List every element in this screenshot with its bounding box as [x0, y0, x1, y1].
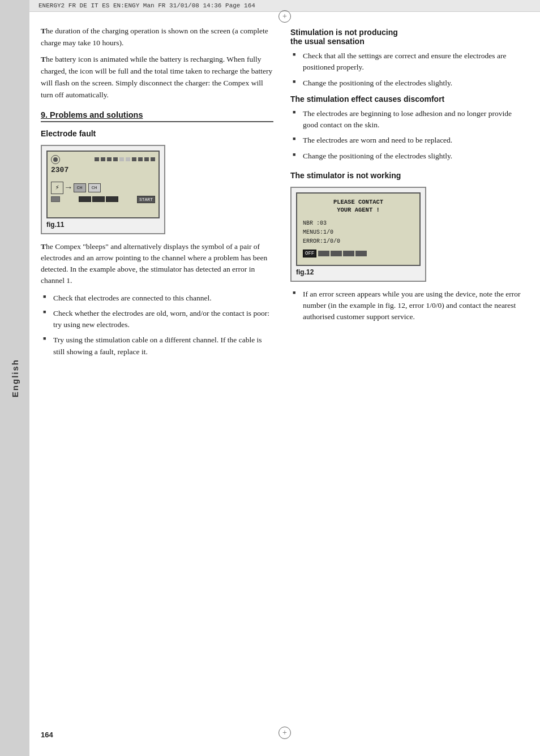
progress-bar-area — [95, 157, 155, 161]
fig12-info: NBR :03 MENUS:1/0 ERROR:1/0/0 — [303, 219, 414, 246]
channel-icon-2: CH — [88, 183, 101, 192]
time-sub: 07 — [60, 166, 69, 174]
device-bottom-bar: START — [51, 196, 155, 203]
f12-block-4 — [355, 251, 367, 256]
indicator-block — [51, 196, 60, 202]
discomfort-bullet-3: Change the positioning of the electrodes… — [290, 151, 529, 162]
f12-block-3 — [343, 251, 354, 256]
not-working-bullets: If an error screen appears while you are… — [290, 289, 529, 323]
fig12-menus: MENUS:1/0 — [303, 228, 414, 237]
stim-not-producing-heading: Stimulation is not producing the usual s… — [290, 28, 529, 46]
device-screen-12: PLEASE CONTACT YOUR AGENT ! NBR :03 MENU… — [296, 192, 421, 266]
ch-block-3 — [106, 196, 118, 202]
off-button: OFF — [303, 250, 316, 257]
page-container: English ENERGY2 FR DE IT ES EN:ENGY Man … — [0, 0, 540, 756]
discomfort-bullet-2: The electrodes are worn and need to be r… — [290, 135, 529, 146]
ch-block-1 — [79, 196, 91, 202]
intro-para1: The duration of the charging operation i… — [41, 25, 273, 49]
fig12-title: PLEASE CONTACT YOUR AGENT ! — [303, 198, 414, 214]
left-column: The duration of the charging operation i… — [41, 25, 285, 363]
stim-bullets: Check that all the settings are correct … — [290, 50, 529, 89]
battery-icon — [51, 155, 60, 164]
intro-para1-text: he duration of the charging operation is… — [41, 27, 268, 47]
drop-cap-T3: T — [41, 242, 46, 251]
not-working-bullet-1: If an error screen appears while you are… — [290, 289, 529, 323]
stim-bullet-1: Check that all the settings are correct … — [290, 50, 529, 74]
intro-para2: The battery icon is animated while the b… — [41, 54, 273, 101]
header-text: ENERGY2 FR DE IT ES EN:ENGY Man FR 31/01… — [38, 2, 255, 9]
start-button: START — [137, 196, 155, 203]
bullet-item-1: Check that electrodes are connected to t… — [41, 293, 273, 304]
sidebar-strip: English — [0, 0, 29, 756]
electrode-fault-heading: Electrode fault — [41, 129, 273, 138]
fig12-label: fig.12 — [296, 268, 421, 276]
reg-mark-bottom — [278, 727, 291, 739]
f12-block-2 — [331, 251, 342, 256]
intro-para2-text: he battery icon is animated while the ba… — [41, 55, 272, 99]
reg-mark-top — [278, 10, 291, 23]
discomfort-heading: The stimulation effect causes discomfort — [290, 94, 529, 104]
not-working-heading: The stimulator is not working — [290, 171, 529, 180]
time-display: 2307 — [51, 166, 155, 180]
time-main: 23 — [51, 166, 60, 174]
bullet-item-2: Check whether the electrodes are old, wo… — [41, 308, 273, 331]
fig11-label: fig.11 — [46, 221, 160, 229]
main-content: ENERGY2 FR DE IT ES EN:ENGY Man FR 31/01… — [29, 0, 540, 756]
channel-blocks — [79, 196, 118, 202]
f12-block-1 — [318, 251, 329, 256]
electrode-fault-desc: The Compex "bleeps" and alternatively di… — [41, 241, 273, 287]
fig12-channel-blocks — [318, 251, 367, 256]
channel-icon: CH — [74, 183, 86, 192]
fig12-nbr: NBR :03 — [303, 219, 414, 228]
ch-block-2 — [92, 196, 105, 202]
stim-heading-line1: Stimulation is not producing — [290, 28, 398, 37]
electrode-symbol: ⚡ — [51, 182, 63, 194]
right-column: Stimulation is not producing the usual s… — [285, 25, 529, 363]
device-top-row — [51, 155, 155, 164]
stim-heading-line2: the usual sensation — [290, 37, 365, 46]
figure-12-box: PLEASE CONTACT YOUR AGENT ! NBR :03 MENU… — [290, 187, 426, 282]
device-screen-11: 2307 ⚡ → CH CH — [46, 151, 160, 218]
stim-bullet-2: Change the positioning of the electrodes… — [290, 78, 529, 89]
intro-text: The duration of the charging operation i… — [41, 25, 273, 101]
discomfort-bullets: The electrodes are beginning to lose adh… — [290, 108, 529, 162]
device-icons-row: ⚡ → CH CH — [51, 182, 155, 194]
section-heading: 9. Problems and solutions — [41, 110, 273, 122]
electrode-fault-desc-text: he Compex "bleeps" and alternatively dis… — [41, 242, 267, 285]
footer-page-number: 164 — [41, 731, 53, 739]
sidebar-language-label: English — [10, 359, 20, 397]
electrode-fault-bullets: Check that electrodes are connected to t… — [41, 293, 273, 358]
fig12-bottom: OFF — [303, 250, 414, 257]
drop-cap-T2: T — [41, 55, 46, 63]
drop-cap-T: T — [41, 27, 46, 35]
fig12-error: ERROR:1/0/0 — [303, 237, 414, 246]
content-wrapper: The duration of the charging operation i… — [29, 12, 540, 375]
discomfort-bullet-1: The electrodes are beginning to lose adh… — [290, 108, 529, 131]
figure-11-box: 2307 ⚡ → CH CH — [41, 145, 165, 234]
arrow-icon: → — [66, 183, 71, 193]
bullet-item-3: Try using the stimulation cable on a dif… — [41, 334, 273, 358]
